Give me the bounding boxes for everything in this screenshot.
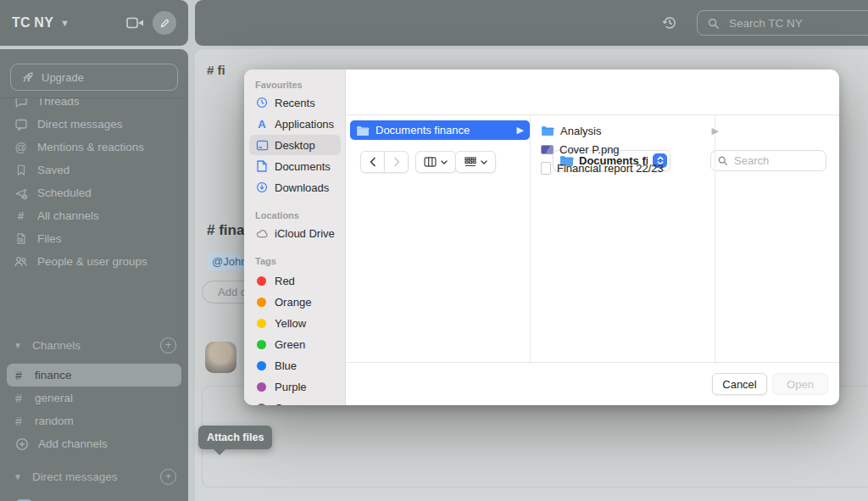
at-icon: @ xyxy=(14,141,28,154)
video-call-icon[interactable] xyxy=(126,16,144,30)
folder-icon xyxy=(356,125,370,136)
search-input[interactable] xyxy=(727,16,868,31)
tag-dot xyxy=(257,319,266,328)
sidebar-item-desktop[interactable]: Desktop xyxy=(249,135,341,155)
open-button[interactable]: Open xyxy=(772,373,828,395)
channel-item-finance[interactable]: # finance xyxy=(7,364,181,387)
file-row-financial-report[interactable]: Financial report 22/23 xyxy=(535,159,725,177)
thread-bubble-icon xyxy=(14,98,28,109)
tag-item-yellow[interactable]: Yellow xyxy=(249,313,341,333)
sidebar-item-saved[interactable]: Saved xyxy=(0,159,188,181)
file-row-analysis[interactable]: Analysis ▶ xyxy=(535,121,725,140)
send-clock-icon xyxy=(14,186,28,200)
chevron-down-icon: ▼ xyxy=(14,341,22,350)
file-row-documents-finance[interactable]: Documents finance ▶ xyxy=(350,120,530,140)
workspace-search-box[interactable] xyxy=(697,10,868,36)
workspace-name[interactable]: TC NY xyxy=(12,15,53,31)
sidebar-item-threads[interactable]: Threads xyxy=(0,98,188,113)
upgrade-button[interactable]: Upgrade xyxy=(10,64,178,91)
tag-item-purple[interactable]: Purple xyxy=(249,376,341,397)
folder-icon xyxy=(541,125,554,136)
sidebar-item-downloads[interactable]: Downloads xyxy=(249,177,341,198)
chevron-down-icon: ▼ xyxy=(14,472,22,482)
sidebar-item-people[interactable]: People & user groups xyxy=(0,250,188,273)
search-icon xyxy=(707,17,720,30)
cancel-button[interactable]: Cancel xyxy=(712,373,767,395)
tag-item-blue[interactable]: Blue xyxy=(249,355,341,376)
chevron-right-icon: ▶ xyxy=(517,125,524,136)
chat-square-icon xyxy=(14,118,28,131)
tag-item-grey[interactable]: Grey xyxy=(249,398,341,405)
image-thumbnail-icon xyxy=(541,145,554,154)
hash-icon: # xyxy=(15,392,25,405)
column-divider xyxy=(530,115,531,362)
desktop-icon xyxy=(255,140,269,151)
add-channel-plus-icon[interactable]: + xyxy=(160,337,176,353)
tag-item-red[interactable]: Red xyxy=(249,270,341,291)
file-open-dialog: Favourites Recents A Applications Deskto… xyxy=(244,70,839,405)
document-thumbnail-icon xyxy=(541,162,551,175)
sidebar-item-documents[interactable]: Documents xyxy=(249,156,341,176)
tags-header: Tags xyxy=(255,256,276,266)
workspace-header: TC NY ▼ xyxy=(0,0,188,46)
cloud-icon xyxy=(255,229,269,238)
channel-item-random[interactable]: # random xyxy=(0,409,188,432)
app-window: TC NY ▼ Upgrade Threads D xyxy=(0,0,868,501)
plus-circle-icon xyxy=(15,437,29,451)
sidebar-item-recents[interactable]: Recents xyxy=(249,92,341,113)
add-dm-plus-icon[interactable]: + xyxy=(160,469,176,485)
tag-dot xyxy=(257,404,266,406)
dialog-sidebar: Favourites Recents A Applications Deskto… xyxy=(244,70,346,405)
channel-intro-heading: # fina xyxy=(207,222,244,239)
tag-dot xyxy=(257,382,266,392)
chevron-down-icon: ▼ xyxy=(60,18,70,28)
rocket-icon xyxy=(21,71,34,84)
attach-files-tooltip: Attach files xyxy=(198,426,272,449)
favourites-header: Favourites xyxy=(255,80,303,90)
channel-item-general[interactable]: # general xyxy=(0,387,188,409)
locations-header: Locations xyxy=(255,210,299,220)
tag-dot xyxy=(257,298,266,307)
bookmark-icon xyxy=(14,164,28,176)
channel-header-title: # fi xyxy=(207,63,225,77)
clock-icon xyxy=(255,97,269,109)
tag-item-green[interactable]: Green xyxy=(249,334,341,354)
dm-item-pumblebot[interactable]: Pumblebot xyxy=(0,497,188,501)
message-author-avatar[interactable] xyxy=(205,342,236,373)
channels-section-header[interactable]: ▼ Channels + xyxy=(0,334,188,356)
main-topbar xyxy=(195,0,868,46)
sidebar-item-all-channels[interactable]: # All channels xyxy=(0,204,188,227)
tag-dot xyxy=(257,340,266,349)
dm-section-header[interactable]: ▼ Direct messages + xyxy=(0,465,188,487)
applications-icon: A xyxy=(255,118,269,131)
file-icon xyxy=(14,232,28,245)
hash-icon: # xyxy=(14,209,28,222)
people-icon xyxy=(14,255,28,268)
tag-item-orange[interactable]: Orange xyxy=(249,292,341,312)
sidebar-item-scheduled[interactable]: Scheduled xyxy=(0,181,188,204)
chevron-right-icon: ▶ xyxy=(712,125,719,136)
file-browser: Documents finance ▶ Analysis ▶ Cover P.p… xyxy=(346,114,839,363)
tag-dot xyxy=(257,361,266,370)
hash-icon: # xyxy=(15,369,25,382)
tag-dot xyxy=(257,276,266,286)
sidebar-item-direct-messages[interactable]: Direct messages xyxy=(0,113,188,136)
sidebar-item-mentions[interactable]: @ Mentions & reactions xyxy=(0,136,188,159)
history-clock-icon[interactable] xyxy=(661,14,678,31)
download-circle-icon xyxy=(255,181,269,193)
sidebar-item-icloud[interactable]: iCloud Drive xyxy=(249,223,341,243)
compose-icon[interactable] xyxy=(153,11,176,35)
hash-icon: # xyxy=(15,415,25,428)
add-channels-item[interactable]: Add channels xyxy=(0,432,188,455)
sidebar-item-files[interactable]: Files xyxy=(0,227,188,250)
document-icon xyxy=(255,160,269,172)
file-row-cover-png[interactable]: Cover P.png xyxy=(535,140,725,159)
sidebar-item-applications[interactable]: A Applications xyxy=(249,114,341,134)
app-sidebar: Upgrade Threads Direct messages @ Mentio… xyxy=(0,49,188,501)
